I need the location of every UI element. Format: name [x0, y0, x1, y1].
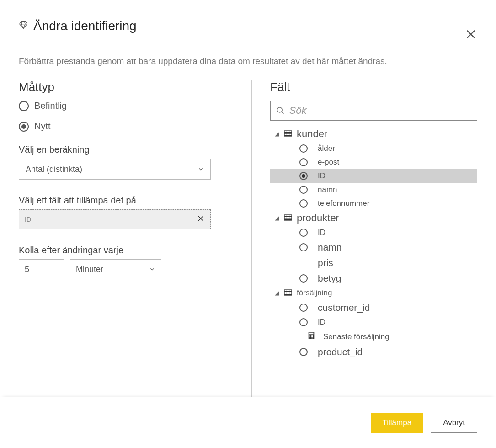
field-label: pris	[318, 257, 333, 268]
content-area: Måttyp Befintlig Nytt Välj en beräkning …	[0, 71, 496, 397]
fields-title: Fält	[270, 80, 477, 94]
field-label: Senaste försäljning	[323, 332, 389, 341]
table-icon	[284, 213, 292, 223]
radio-icon	[299, 229, 308, 237]
dialog-title: Ändra identifiering	[33, 19, 137, 33]
right-pane: Fält ◢ kunder	[252, 80, 477, 397]
field-label: betyg	[318, 273, 341, 284]
search-input[interactable]	[289, 105, 471, 117]
radio-befintlig[interactable]: Befintlig	[19, 101, 238, 111]
field-forsaljning-productid[interactable]: product_id	[270, 344, 477, 360]
field-produkter-id[interactable]: ID	[270, 226, 477, 240]
table-icon	[284, 288, 292, 298]
radio-nytt[interactable]: Nytt	[19, 121, 238, 132]
svg-point-9	[309, 336, 310, 337]
search-icon	[276, 106, 285, 115]
radio-icon	[19, 122, 29, 132]
calc-label: Välj en beräkning	[19, 144, 238, 155]
svg-rect-5	[309, 333, 314, 335]
table-produkter-name: produkter	[297, 212, 339, 224]
interval-value-input[interactable]	[19, 259, 64, 279]
field-label: ID	[318, 228, 325, 237]
field-kunder-epost[interactable]: e-post	[270, 155, 477, 169]
title-wrap: Ändra identifiering	[19, 19, 137, 33]
left-pane: Måttyp Befintlig Nytt Välj en beräkning …	[19, 80, 252, 397]
field-kunder-telefon[interactable]: telefonnummer	[270, 197, 477, 210]
field-produkter-pris[interactable]: pris	[270, 255, 477, 271]
field-kunder-id[interactable]: ID	[270, 169, 477, 183]
radio-icon	[299, 348, 308, 356]
interval-row: Minuter	[19, 259, 238, 279]
field-apply-label: Välj ett fält att tillämpa det på	[19, 195, 238, 206]
apply-button[interactable]: Tillämpa	[371, 413, 424, 433]
svg-point-6	[309, 335, 310, 336]
field-kunder-namn[interactable]: namn	[270, 183, 477, 197]
radio-icon	[299, 304, 308, 312]
caret-down-icon: ◢	[275, 290, 279, 296]
dialog-header: Ändra identifiering	[0, 0, 496, 43]
chevron-down-icon	[197, 166, 204, 172]
field-label: customer_id	[318, 302, 370, 313]
field-label: e-post	[318, 158, 339, 167]
svg-point-11	[312, 336, 313, 337]
search-box[interactable]	[270, 101, 477, 121]
field-produkter-namn[interactable]: namn	[270, 240, 477, 255]
radio-icon	[299, 318, 308, 326]
radio-icon	[299, 172, 308, 180]
diamond-icon	[19, 21, 28, 32]
calculator-icon	[308, 331, 315, 342]
field-label: ålder	[318, 144, 335, 153]
close-button[interactable]	[464, 28, 477, 43]
table-icon	[284, 129, 292, 139]
radio-icon	[299, 199, 308, 208]
svg-point-13	[311, 338, 312, 339]
interval-unit-select[interactable]: Minuter	[70, 259, 161, 279]
field-tree: ◢ kunder ålder e-post	[270, 126, 477, 360]
cancel-button[interactable]: Avbryt	[431, 413, 477, 433]
radio-icon	[299, 144, 308, 153]
table-kunder[interactable]: ◢ kunder	[270, 126, 477, 142]
field-forsaljning-id[interactable]: ID	[270, 315, 477, 329]
svg-point-8	[312, 335, 313, 336]
radio-nytt-label: Nytt	[34, 121, 51, 132]
mattyp-radio-group: Befintlig Nytt	[19, 101, 238, 132]
radio-icon	[299, 243, 308, 251]
table-forsaljning[interactable]: ◢ försäljning	[270, 286, 477, 300]
field-label: product_id	[318, 347, 363, 357]
field-produkter-betyg[interactable]: betyg	[270, 271, 477, 286]
field-forsaljning-customerid[interactable]: customer_id	[270, 300, 477, 315]
field-forsaljning-senaste[interactable]: Senaste försäljning	[270, 329, 477, 344]
calc-select[interactable]: Antal (distinkta)	[19, 159, 211, 180]
field-label: ID	[318, 171, 325, 181]
radio-icon	[299, 158, 308, 166]
radio-icon	[299, 186, 308, 194]
caret-down-icon: ◢	[275, 215, 279, 221]
svg-point-10	[311, 336, 312, 337]
mattyp-title: Måttyp	[19, 80, 238, 94]
field-kunder-alder[interactable]: ålder	[270, 142, 477, 155]
dialog-footer: Tillämpa Avbryt	[0, 397, 496, 448]
field-label: telefonnummer	[318, 199, 369, 208]
change-detection-dialog: Ändra identifiering Förbättra prestanda …	[0, 0, 496, 448]
field-apply-value: ID	[25, 210, 197, 229]
radio-icon	[299, 274, 308, 283]
svg-point-14	[312, 338, 313, 339]
field-tree-wrap: ◢ kunder ålder e-post	[270, 126, 477, 397]
svg-point-7	[311, 335, 312, 336]
table-forsaljning-name: försäljning	[297, 288, 332, 298]
table-produkter[interactable]: ◢ produkter	[270, 210, 477, 226]
field-clear-button[interactable]	[197, 214, 205, 224]
calc-value: Antal (distinkta)	[26, 165, 82, 174]
interval-label: Kolla efter ändringar varje	[19, 245, 238, 256]
table-kunder-name: kunder	[297, 128, 327, 140]
radio-befintlig-label: Befintlig	[34, 101, 67, 111]
radio-icon	[19, 101, 29, 111]
dialog-subtitle: Förbättra prestanda genom att bara uppda…	[0, 43, 496, 71]
field-apply-box[interactable]: ID	[19, 209, 211, 229]
field-label: ID	[318, 318, 325, 327]
field-label: namn	[318, 185, 337, 194]
field-label: namn	[318, 242, 342, 253]
chevron-down-icon	[149, 266, 155, 272]
caret-down-icon: ◢	[275, 131, 279, 137]
svg-point-12	[309, 338, 310, 339]
